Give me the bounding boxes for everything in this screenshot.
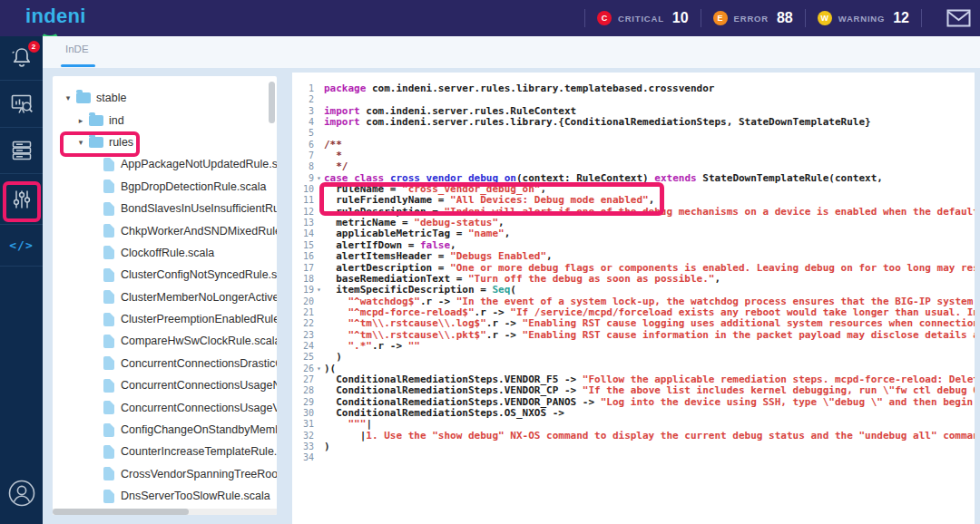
line-number: 20 [292,296,314,307]
line-number: 31 [292,419,314,430]
warning-icon: W [818,11,832,25]
code-line[interactable]: 17 alertDescription = "One or more debug… [292,263,975,274]
tree-file[interactable]: BondSlavesInUseInsufficientRule.scala [53,198,277,219]
code-line[interactable]: 26▾)( [292,364,975,374]
code-line[interactable]: 23 "^tm\\.rstcause\\.pkt$".r -> "Enablin… [292,330,975,341]
critical-icon: C [597,11,612,25]
fold-gutter [314,161,324,172]
tree-file[interactable]: CrossVendorSpanningTreeRootChangedRule.s… [53,463,277,485]
code-line[interactable]: 8 */ [292,161,975,172]
code-line[interactable]: 24 ".*".r -> "" [292,341,975,352]
code-line[interactable]: 3import com.indeni.server.rules.RuleCont… [292,106,975,117]
tree-file[interactable]: ClusterMemberNoLongerActiveRule.scala [53,286,277,308]
line-number: 27 [292,374,314,385]
tree-file[interactable]: CounterIncreaseTemplateRule.scala [53,441,277,462]
tree-file[interactable]: ConcurrentConnectionsUsageVsxRule.scala [53,396,277,418]
warning-badge[interactable]: W WARNING 12 [818,10,909,26]
tab-inde[interactable]: InDE [65,44,89,54]
error-badge[interactable]: E ERROR 88 [713,10,793,26]
tree-file[interactable]: ConfigChangeOnStandbyMemberRule.scala [53,419,277,441]
alerts-count-badge: 2 [28,41,40,53]
file-icon [103,490,114,503]
scrollbar-thumb[interactable] [53,509,189,515]
warning-count: 12 [893,10,909,26]
warning-label: WARNING [838,14,886,24]
tab-label: InDE [65,44,89,54]
code-line[interactable]: 32 |1. Use the "show debug" NX-OS comman… [292,431,975,442]
critical-count: 10 [672,10,689,26]
tree-item-label: BondSlavesInUseInsufficientRule.scala [121,202,277,215]
line-number: 33 [292,442,314,452]
code-line[interactable]: 2 [292,94,975,105]
code-brackets-icon: </> [9,238,33,252]
tree-vertical-scrollbar[interactable] [269,82,275,123]
fold-gutter [314,218,324,228]
line-number: 8 [292,161,314,172]
tree-item-label: CounterIncreaseTemplateRule.scala [121,445,277,458]
folder-icon [76,92,91,103]
tree-file[interactable]: ClusterPreemptionEnabledRule.scala [53,308,277,330]
code-line[interactable]: 30 ConditionalRemediationSteps.OS_NXOS -… [292,408,975,419]
line-number: 1 [292,83,314,94]
error-count: 88 [777,10,793,26]
chevron-down-icon[interactable]: ▾ [64,93,73,102]
tree-file[interactable]: ConcurrentConnectionsDrasticChangeRule.s… [53,353,277,374]
code-line[interactable]: 20 "^watchdog$".r -> "In the event of a … [292,296,975,307]
monitoring-nav-button[interactable] [0,81,43,128]
tree-file[interactable]: ClockoffRule.scala [53,242,277,264]
code-line[interactable]: 16 alertItemsHeader = "Debugs Enabled", [292,251,975,262]
tree-file[interactable]: ChkpWorkerAndSNDMixedRule.scala [53,219,277,241]
fold-gutter [314,274,324,285]
tree-file[interactable]: ConcurrentConnectionsUsageNoVsxRule.scal… [53,374,277,396]
code-line[interactable]: 14 applicableMetricTag = "name", [292,228,975,239]
code-line[interactable]: 27 ConditionalRemediationSteps.VENDOR_F5… [292,374,975,385]
code-line[interactable]: 13 metricName = "debug-status", [292,218,975,228]
devices-nav-button[interactable] [0,128,43,174]
indeni-logo[interactable]: indeni [25,5,86,27]
tree-folder-stable[interactable]: ▾stable [53,87,277,109]
code-line[interactable]: 7 * [292,150,975,161]
code-line[interactable]: 6/** [292,140,975,150]
monitor-chart-search-icon [9,92,34,116]
fold-gutter [314,94,324,105]
tab-bar: InDE [43,36,980,68]
tree-file[interactable]: ClusterConfigNotSyncedRule.scala [53,264,277,286]
line-number: 13 [292,218,314,228]
tree-horizontal-scrollbar[interactable] [53,509,277,515]
code-line[interactable]: 29 ConditionalRemediationSteps.VENDOR_PA… [292,397,975,408]
file-icon [103,290,114,304]
code-editor-panel[interactable]: 1package com.indeni.server.rules.library… [292,73,975,524]
code-line[interactable]: 31 """| [292,419,975,430]
code-line[interactable]: 34 [292,452,975,463]
tree-folder-ind[interactable]: ▸ind [53,109,277,131]
code-line[interactable]: 19▾ itemSpecificDescription = Seq( [292,285,975,296]
active-tab-underline [61,64,95,67]
tree-file[interactable]: CompareHwSwClockRule.scala [53,330,277,352]
line-number: 11 [292,195,314,206]
code-line[interactable]: 21 "^mcpd-force-reload$".r -> "If /servi… [292,307,975,318]
messages-button[interactable] [946,9,971,27]
fold-arrow-icon[interactable]: ▾ [314,285,324,296]
fold-gutter [314,117,324,128]
code-line[interactable]: 4import com.indeni.server.rules.library.… [292,117,975,128]
code-line[interactable]: 18 baseRemediationText = "Turn off the d… [292,274,975,285]
chevron-right-icon[interactable]: ▸ [76,116,85,125]
tree-file[interactable]: DnsServerTooSlowRule.scala [53,485,277,507]
line-number: 23 [292,330,314,341]
code-editor-nav-button[interactable]: </> [0,225,43,267]
line-number: 9 [292,173,314,184]
tree-item-label: ClusterPreemptionEnabledRule.scala [121,313,277,325]
critical-badge[interactable]: C CRITICAL 10 [597,10,689,26]
code-line[interactable]: 1package com.indeni.server.rules.library… [292,83,975,94]
code-line[interactable]: 15 alertIfDown = false, [292,240,975,251]
code-lines: 1package com.indeni.server.rules.library… [292,73,975,464]
profile-button[interactable] [7,479,36,508]
code-line[interactable]: 33) [292,442,975,452]
alerts-nav-button[interactable]: 2 [0,36,43,81]
code-line[interactable]: 25 ) [292,352,975,363]
code-line[interactable]: 28 ConditionalRemediationSteps.VENDOR_CP… [292,385,975,396]
tree-file[interactable]: BgpDropDetectionRule.scala [53,176,277,198]
code-line[interactable]: 5 [292,128,975,139]
code-line[interactable]: 22 "^tm\\.rstcause\\.log$".r -> "Enablin… [292,318,975,329]
fold-arrow-icon[interactable]: ▾ [314,364,324,374]
